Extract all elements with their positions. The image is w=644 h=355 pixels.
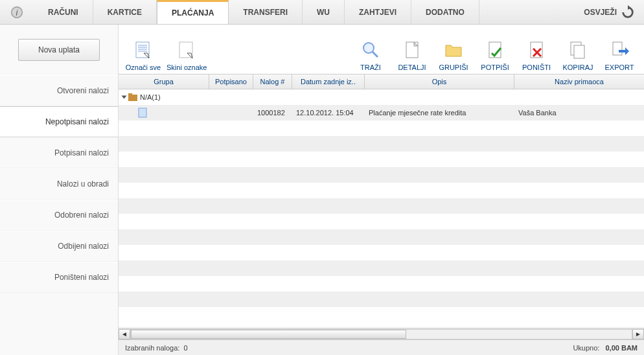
sign-label: POTPIŠI <box>481 63 509 71</box>
group-label: N/A(1) <box>140 93 161 101</box>
tab-kartice[interactable]: KARTICE <box>93 0 157 24</box>
group-row[interactable]: N/A(1) <box>119 89 644 105</box>
scroll-thumb[interactable] <box>131 330 406 339</box>
deselect-all-icon <box>176 39 198 61</box>
status-bar: Izabranih naloga: 0 Ukupno: 0,00 BAM <box>119 339 644 355</box>
scroll-left-arrow[interactable]: ◄ <box>119 329 130 339</box>
info-icon[interactable]: i <box>9 5 25 20</box>
main-tabs: RAČUNI KARTICE PLAĆANJA TRANSFERI WU ZAH… <box>34 0 579 24</box>
sidebar-item-nepotpisani[interactable]: Nepotpisani nalozi <box>0 106 118 137</box>
details-icon <box>401 39 423 61</box>
svg-rect-21 <box>139 108 146 117</box>
select-all-icon <box>132 39 154 61</box>
sign-icon <box>484 39 506 61</box>
refresh-label: OSVJEŽI <box>584 8 617 17</box>
details-button[interactable]: DETALJI <box>394 39 430 71</box>
sidebar-item-odobreni[interactable]: Odobreni nalozi <box>0 200 118 231</box>
search-icon <box>360 39 382 61</box>
tab-dodatno[interactable]: DODATNO <box>411 0 479 24</box>
cell-nalog: 1000182 <box>253 109 292 117</box>
cancel-icon <box>525 39 547 61</box>
copy-icon <box>567 39 589 61</box>
tab-placanja[interactable]: PLAĆANJA <box>157 0 229 24</box>
cell-datum: 12.10.2012. 15:04 <box>292 109 365 117</box>
grid-body: N/A(1) 1000182 <box>119 89 644 328</box>
copy-button[interactable]: KOPIRAJ <box>560 39 596 71</box>
export-button[interactable]: EXPORT <box>601 39 638 71</box>
folder-icon <box>443 39 465 61</box>
svg-rect-20 <box>128 93 132 96</box>
svg-rect-17 <box>574 45 584 58</box>
new-payment-button[interactable]: Nova uplata <box>18 39 100 61</box>
group-label: GRUPIŠI <box>439 63 468 71</box>
tab-zahtjevi[interactable]: ZAHTJEVI <box>345 0 411 24</box>
grid-header: Grupa Potpisano Nalog # Datum zadnje iz.… <box>119 74 644 89</box>
top-navigation: i RAČUNI KARTICE PLAĆANJA TRANSFERI WU Z… <box>0 0 644 25</box>
deselect-all-button[interactable]: Skini oznake <box>167 39 207 71</box>
selected-count: 0 <box>183 344 187 352</box>
select-all-label: Označi sve <box>126 63 161 71</box>
sidebar-item-otvoreni[interactable]: Otvoreni nalozi <box>0 75 118 106</box>
scroll-right-arrow[interactable]: ► <box>632 329 644 339</box>
sign-button[interactable]: POTPIŠI <box>477 39 513 71</box>
col-header-nalog[interactable]: Nalog # <box>253 74 292 89</box>
copy-label: KOPIRAJ <box>562 63 593 71</box>
tab-racuni[interactable]: RAČUNI <box>34 0 93 24</box>
select-all-button[interactable]: Označi sve <box>125 39 161 71</box>
group-button[interactable]: GRUPIŠI <box>435 39 472 71</box>
col-header-datum[interactable]: Datum zadnje iz.. <box>292 74 365 89</box>
sidebar: Nova uplata Otvoreni nalozi Nepotpisani … <box>0 25 119 355</box>
main-panel: Označi sve Skini oznake TRAŽI DETALJI <box>119 25 644 355</box>
horizontal-scrollbar[interactable]: ◄ ► <box>119 328 644 339</box>
refresh-icon <box>621 5 635 19</box>
svg-line-10 <box>373 52 378 57</box>
table-row[interactable]: 1000182 12.10.2012. 15:04 Plaćanje mjese… <box>119 105 644 120</box>
expand-icon[interactable] <box>122 96 127 99</box>
export-icon <box>608 39 630 61</box>
cell-opis: Plaćanje mjesečne rate kredita <box>365 109 514 117</box>
svg-point-9 <box>363 43 374 53</box>
tab-transferi[interactable]: TRANSFERI <box>229 0 303 24</box>
deselect-all-label: Skini oznake <box>167 63 207 71</box>
details-label: DETALJI <box>398 63 426 71</box>
document-icon <box>138 108 147 118</box>
col-header-grupa[interactable]: Grupa <box>119 74 209 89</box>
col-header-potpisano[interactable]: Potpisano <box>209 74 253 89</box>
sidebar-item-potpisani[interactable]: Potpisani nalozi <box>0 137 118 168</box>
cell-naziv: Vaša Banka <box>514 109 644 117</box>
col-header-opis[interactable]: Opis <box>365 74 514 89</box>
search-label: TRAŽI <box>360 63 381 71</box>
toolbar: Označi sve Skini oznake TRAŽI DETALJI <box>119 25 644 74</box>
col-header-naziv[interactable]: Naziv primaoca <box>514 74 644 89</box>
export-label: EXPORT <box>604 63 634 71</box>
selected-label: Izabranih naloga: <box>125 344 179 352</box>
cancel-label: PONIŠTI <box>522 63 551 71</box>
svg-rect-18 <box>613 42 622 55</box>
scroll-track[interactable] <box>130 329 632 339</box>
total-label: Ukupno: <box>573 344 599 352</box>
group-folder-icon <box>128 93 137 101</box>
search-button[interactable]: TRAŽI <box>352 39 389 71</box>
tab-wu[interactable]: WU <box>303 0 345 24</box>
sidebar-item-odbijeni[interactable]: Odbijeni nalozi <box>0 231 118 262</box>
refresh-button[interactable]: OSVJEŽI <box>579 5 640 19</box>
sidebar-item-ponisteni[interactable]: Poništeni nalozi <box>0 262 118 293</box>
sidebar-item-uobradi[interactable]: Nalozi u obradi <box>0 168 118 200</box>
cancel-button[interactable]: PONIŠTI <box>518 39 555 71</box>
total-value: 0,00 BAM <box>605 344 638 352</box>
